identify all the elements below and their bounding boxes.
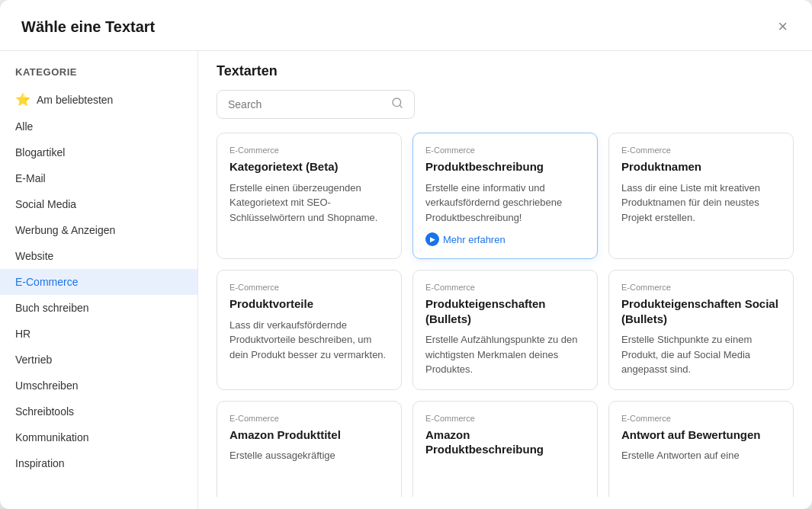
svg-line-1 [400, 105, 402, 107]
cards-area: E-CommerceKategorietext (Beta)Erstelle e… [217, 133, 794, 497]
card-desc: Erstelle Stichpunkte zu einem Produkt, d… [621, 332, 781, 377]
sidebar-item-website[interactable]: Website [0, 243, 197, 269]
sidebar-item-schreibtools[interactable]: Schreibtools [0, 399, 197, 424]
card-title: Produktbeschreibung [425, 159, 585, 174]
search-input[interactable] [228, 98, 391, 110]
sidebar-item-buch[interactable]: Buch schreiben [0, 295, 197, 321]
sidebar-item-label: Am beliebtesten [37, 94, 113, 106]
card-title: Produkteigenschaften Social (Bullets) [621, 296, 781, 326]
modal-header: Wähle eine Textart × [0, 0, 812, 51]
card-desc: Lass dir eine Liste mit kreativen Produk… [621, 181, 781, 226]
modal-body: Kategorie ⭐Am beliebtestenAlleBlogartike… [0, 51, 812, 509]
sidebar-items: ⭐Am beliebtestenAlleBlogartikelE-MailSoc… [0, 85, 197, 476]
card-category: E-Commerce [621, 146, 781, 155]
sidebar-item-label: Kommunikation [15, 431, 89, 443]
sidebar-item-label: HR [15, 328, 30, 340]
main-content: Textarten E-CommerceKategorietext (Beta)… [198, 51, 812, 509]
card-category: E-Commerce [425, 414, 585, 423]
card-title: Amazon Produkttitel [229, 427, 389, 443]
card-category: E-Commerce [229, 146, 389, 155]
sidebar-item-label: Vertrieb [15, 354, 52, 366]
sidebar: Kategorie ⭐Am beliebtestenAlleBlogartike… [0, 51, 198, 509]
card-desc: Erstelle Antworten auf eine [621, 448, 781, 463]
card-desc: Erstelle Aufzählungspunkte zu den wichti… [425, 332, 585, 377]
card-amazon-produkttitel[interactable]: E-CommerceAmazon ProdukttitelErstelle au… [217, 401, 402, 498]
card-category: E-Commerce [425, 146, 585, 155]
card-title: Produktvorteile [229, 296, 389, 312]
card-title: Produkteigenschaften (Bullets) [425, 296, 585, 326]
sidebar-item-kommunikation[interactable]: Kommunikation [0, 424, 197, 450]
modal-title: Wähle eine Textart [21, 18, 155, 36]
card-title: Kategorietext (Beta) [229, 159, 389, 174]
sidebar-item-alle[interactable]: Alle [0, 114, 197, 139]
sidebar-item-social-media[interactable]: Social Media [0, 191, 197, 217]
sidebar-item-beliebtesten[interactable]: ⭐Am beliebtesten [0, 85, 197, 114]
sidebar-item-umschreiben[interactable]: Umschreiben [0, 373, 197, 399]
card-produkteigenschaften-bullets[interactable]: E-CommerceProdukteigenschaften (Bullets)… [412, 270, 598, 390]
sidebar-item-email[interactable]: E-Mail [0, 165, 197, 191]
sidebar-item-hr[interactable]: HR [0, 321, 197, 347]
card-desc: Erstelle einen überzeugenden Kategoriete… [229, 181, 389, 226]
star-icon: ⭐ [15, 92, 30, 107]
sidebar-item-label: E-Mail [15, 172, 46, 184]
card-desc: Erstelle eine informativ und verkaufsför… [425, 181, 585, 226]
sidebar-item-inspiration[interactable]: Inspiration [0, 450, 197, 476]
sidebar-item-label: Umschreiben [15, 379, 78, 392]
card-antwort-bewertungen[interactable]: E-CommerceAntwort auf BewertungenErstell… [608, 401, 794, 498]
sidebar-item-label: Blogartikel [15, 146, 65, 158]
close-button[interactable]: × [775, 15, 791, 38]
card-category: E-Commerce [229, 283, 389, 292]
sidebar-item-label: Buch schreiben [15, 302, 89, 314]
search-bar [217, 90, 415, 119]
play-icon: ▶ [425, 232, 439, 246]
card-category: E-Commerce [425, 283, 585, 292]
card-desc: Lass dir verkaufsfördernde Produktvortei… [229, 318, 389, 363]
sidebar-item-label: Alle [15, 120, 33, 133]
card-title: Antwort auf Bewertungen [621, 427, 781, 443]
card-produktvorteile[interactable]: E-CommerceProduktvorteileLass dir verkau… [217, 270, 402, 390]
sidebar-item-label: E-Commerce [15, 276, 78, 288]
card-amazon-produktbeschreibung[interactable]: E-CommerceAmazon Produktbeschreibung [412, 401, 598, 498]
card-produktnamen[interactable]: E-CommerceProduktnamenLass dir eine List… [608, 133, 794, 259]
sidebar-item-ecommerce[interactable]: E-Commerce [0, 269, 197, 295]
mehr-erfahren-label: Mehr erfahren [443, 234, 505, 245]
search-icon [391, 97, 403, 112]
card-title: Amazon Produktbeschreibung [425, 427, 585, 457]
sidebar-item-vertrieb[interactable]: Vertrieb [0, 347, 197, 373]
card-category: E-Commerce [229, 414, 389, 423]
sidebar-item-werbung[interactable]: Werbung & Anzeigen [0, 217, 197, 243]
sidebar-item-label: Inspiration [15, 457, 65, 469]
modal: Wähle eine Textart × Kategorie ⭐Am belie… [0, 0, 812, 509]
card-category: E-Commerce [621, 283, 781, 292]
sidebar-item-label: Werbung & Anzeigen [15, 224, 115, 236]
sidebar-item-blogartikel[interactable]: Blogartikel [0, 139, 197, 165]
sidebar-item-label: Social Media [15, 198, 76, 210]
card-produktbeschreibung[interactable]: E-CommerceProduktbeschreibungErstelle ei… [412, 133, 598, 259]
card-produkteigenschaften-social[interactable]: E-CommerceProdukteigenschaften Social (B… [608, 270, 794, 390]
sidebar-section-title: Kategorie [0, 63, 197, 85]
mehr-erfahren-link[interactable]: ▶Mehr erfahren [425, 232, 585, 246]
card-category: E-Commerce [621, 414, 781, 423]
card-desc: Erstelle aussagekräftige [229, 448, 389, 463]
sidebar-item-label: Schreibtools [15, 405, 74, 418]
cards-grid: E-CommerceKategorietext (Beta)Erstelle e… [217, 133, 794, 497]
sidebar-item-label: Website [15, 250, 53, 262]
card-title: Produktnamen [621, 159, 781, 174]
section-title: Textarten [217, 63, 794, 79]
card-kategorietext[interactable]: E-CommerceKategorietext (Beta)Erstelle e… [217, 133, 402, 259]
